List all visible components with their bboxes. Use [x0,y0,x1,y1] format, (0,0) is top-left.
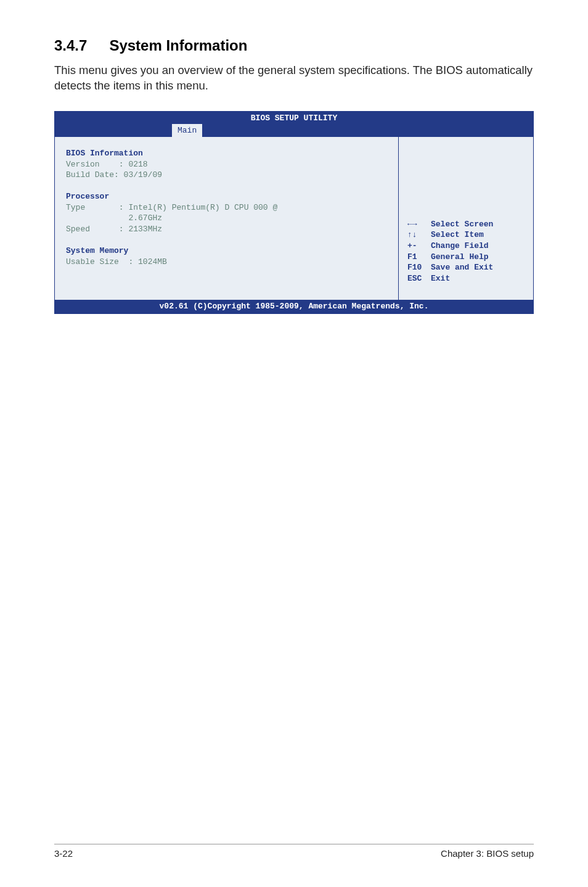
help-desc: Exit [431,273,450,284]
bios-footer: v02.61 (C)Copyright 1985-2009, American … [55,300,533,313]
intro-paragraph: This menu gives you an overview of the g… [54,63,534,94]
bios-version-label: Version [66,160,100,169]
help-select-item: ↑↓Select Item [407,229,527,241]
help-change-field: +-Change Field [407,241,527,252]
key-f1: F1 [407,252,431,263]
bios-tab-main: Main [172,124,202,137]
bios-tabs: Main [55,123,533,137]
bios-info-header: BIOS Information [66,149,143,158]
proc-speed-value: : 2133MHz [119,225,162,234]
mem-usable-value: : 1024MB [128,257,166,266]
bios-build-value: : 03/19/09 [114,170,162,179]
page-number: 3-22 [54,848,73,859]
section-number: 3.4.7 [54,37,87,54]
page-footer: 3-22 Chapter 3: BIOS setup [54,844,534,859]
bios-build-label: Build Date [66,170,114,179]
help-save-exit: F10Save and Exit [407,262,527,273]
proc-speed-label: Speed [66,225,90,234]
arrows-lr-icon: ←→ [407,219,431,230]
bios-screenshot: BIOS SETUP UTILITY Main BIOS Information… [54,111,534,314]
bios-titlebar: BIOS SETUP UTILITY [55,112,533,124]
arrows-ud-icon: ↑↓ [407,229,431,241]
bios-version-value: : 0218 [119,160,148,169]
bios-help-pane: ←→Select Screen ↑↓Select Item +-Change F… [399,137,533,300]
key-esc: ESC [407,273,431,284]
section-heading: 3.4.7System Information [54,37,534,54]
help-select-screen: ←→Select Screen [407,219,527,230]
plusminus-icon: +- [407,241,431,252]
help-general-help: F1General Help [407,252,527,263]
help-exit: ESCExit [407,273,527,284]
help-desc: Select Screen [431,219,493,230]
bios-main-pane: BIOS Information Version : 0218 Build Da… [55,137,399,300]
help-desc: Save and Exit [431,262,493,273]
help-desc: General Help [431,252,489,263]
key-f10: F10 [407,262,431,273]
proc-type-value: : Intel(R) Pentium(R) D CPU 000 @ [119,203,277,212]
memory-header: System Memory [66,246,128,255]
mem-usable-label: Usable Size [66,257,119,266]
section-title: System Information [109,37,247,54]
proc-type-value2: 2.67GHz [128,213,162,223]
proc-type-label: Type [66,203,85,212]
help-desc: Select Item [431,229,484,241]
help-desc: Change Field [431,241,489,252]
processor-header: Processor [66,192,109,201]
chapter-label: Chapter 3: BIOS setup [441,848,534,859]
